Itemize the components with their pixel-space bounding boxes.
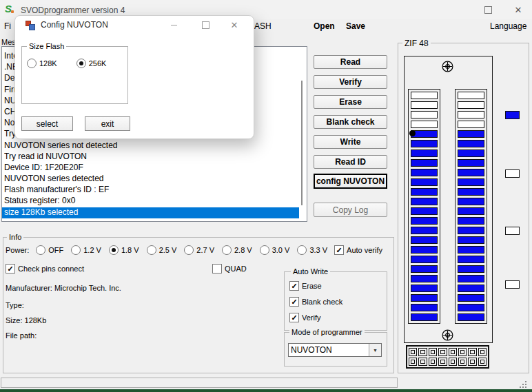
power-option-off[interactable]: OFF (36, 245, 63, 255)
power-option-1-8-v[interactable]: 1.8 V (109, 245, 139, 255)
radio-label: 1.8 V (121, 246, 139, 254)
close-icon: ✕ (231, 20, 238, 30)
size-flash-group (21, 46, 128, 104)
zif-pin-slot (458, 265, 484, 273)
exit-button[interactable]: exit (85, 116, 130, 131)
connector-pin (458, 348, 467, 356)
zif-indicator (505, 169, 520, 178)
zif-pin-slot (411, 236, 438, 244)
log-line[interactable]: NUVOTON series not detected (4, 141, 307, 152)
dialog-titlebar[interactable]: Config NUVOTON ✕ (15, 16, 254, 34)
power-option-3-3-v[interactable]: 3.3 V (297, 245, 327, 255)
power-option-2-7-v[interactable]: 2.7 V (184, 245, 214, 255)
zif-pin-slot (458, 149, 484, 157)
dropdown-arrow-icon[interactable]: ▼ (369, 344, 381, 356)
info-group-label: Info (7, 233, 23, 241)
zif-pin-slot (458, 101, 484, 109)
zif-pin-slot (458, 313, 484, 321)
zif-pin-slot (411, 169, 438, 176)
menu-language[interactable]: Language (490, 21, 526, 31)
action-button-read-id[interactable]: Read ID (314, 155, 387, 169)
close-button[interactable]: ✕ (510, 3, 526, 17)
power-option-3-0-v[interactable]: 3.0 V (260, 245, 290, 255)
log-line[interactable]: Flash manufacturer's ID : EF (4, 185, 307, 196)
auto-write-verify[interactable]: ✓Verify (289, 313, 342, 322)
log-line[interactable]: Try read id NUVOTON (4, 152, 307, 163)
zif-pin-slot (411, 207, 438, 215)
checkbox-label: Check pins connect (18, 265, 84, 273)
mode-select[interactable]: NUVOTON ▼ (288, 343, 382, 357)
maximize-icon (484, 6, 492, 14)
radio-label: 3.3 V (309, 246, 327, 254)
menu-save[interactable]: Save (346, 21, 365, 31)
menu-file[interactable]: Fi (4, 21, 11, 31)
zif-pin-slot (411, 265, 438, 273)
power-option-1-2-v[interactable]: 1.2 V (71, 245, 101, 255)
zif-pin-slot (458, 275, 484, 282)
auto-write-erase[interactable]: ✓Erase (289, 281, 342, 291)
zif-pin-slot (458, 130, 484, 138)
action-button-verify[interactable]: Verify (314, 75, 387, 89)
action-button-read[interactable]: Read (314, 55, 387, 69)
zif-indicator (505, 227, 520, 235)
dialog-maximize-button[interactable] (197, 19, 214, 31)
auto-write-blank-check[interactable]: ✓Blank check (289, 297, 342, 307)
dialog-minimize-button[interactable] (165, 19, 182, 31)
zif-pin-slot (458, 294, 484, 302)
auto-verify-checkbox[interactable]: ✓Auto verify (334, 245, 382, 255)
status-bar-panel (1, 378, 398, 388)
connector-pin (449, 358, 457, 366)
resize-grip-icon[interactable] (518, 379, 527, 389)
zif-pin-slot (458, 227, 484, 234)
connector-pin (449, 348, 457, 356)
checkbox-label: QUAD (225, 265, 247, 273)
zif-socket-graphic (404, 56, 493, 343)
connector-pin (409, 348, 417, 356)
power-label: Power: (6, 246, 29, 254)
size-flash-option-256k[interactable]: 256K (76, 59, 107, 68)
log-line[interactable]: Status register: 0x0 (4, 196, 307, 207)
menu-flash[interactable]: ASH (254, 21, 272, 31)
log-line[interactable]: Device ID: 1F20E20F (4, 163, 307, 174)
zif-pin-slot (458, 217, 484, 225)
checkbox-label: Erase (302, 282, 322, 290)
connector-pin (468, 358, 476, 366)
radio-icon (36, 245, 45, 255)
size-flash-label: Size Flash (27, 42, 66, 50)
action-button-erase[interactable]: Erase (314, 95, 387, 109)
zif-pin-slot (458, 178, 484, 186)
check-pins-checkbox[interactable]: ✓Check pins connect (6, 264, 84, 274)
radio-icon (222, 245, 232, 255)
checkbox-label: Blank check (302, 298, 342, 306)
power-option-2-5-v[interactable]: 2.5 V (147, 245, 177, 255)
zif-pin-slot (411, 275, 438, 282)
dialog-close-button[interactable]: ✕ (226, 19, 243, 31)
action-button-write[interactable]: Write (314, 135, 387, 149)
config-nuvoton-dialog: Config NUVOTON ✕ Size Flash 128K256K sel… (14, 15, 254, 139)
power-option-2-8-v[interactable]: 2.8 V (222, 245, 252, 255)
connector-pin (409, 358, 417, 366)
checkbox-icon: ✓ (334, 245, 344, 255)
auto-write-label: Auto Write (291, 267, 330, 276)
winform-icon (25, 20, 35, 30)
checkbox-icon: ✓ (289, 281, 299, 291)
action-button-config-nuvoton[interactable]: config NUVOTON (314, 174, 387, 189)
select-button[interactable]: select (21, 116, 73, 131)
zif-indicator (505, 280, 520, 289)
zif-pin-slot (411, 178, 438, 186)
menu-open[interactable]: Open (314, 21, 335, 31)
connector-pin (418, 358, 427, 366)
size-flash-option-128k[interactable]: 128K (27, 59, 57, 68)
radio-icon (76, 59, 86, 68)
log-line[interactable]: NUVOTON series detected (4, 174, 307, 185)
maximize-button[interactable] (480, 3, 495, 17)
log-line-selected[interactable]: size 128Kb selected (2, 207, 299, 218)
zif-pin-slot (411, 159, 438, 167)
zif-pin-slot (458, 92, 484, 99)
log-scrollbar-thumb[interactable] (301, 81, 303, 205)
mode-of-programmer-label: Mode of programmer (289, 328, 365, 336)
quad-checkbox[interactable]: QUAD (212, 264, 247, 274)
zif-pin-slot (411, 246, 438, 254)
copy-log-button[interactable]: Copy Log (314, 203, 387, 217)
action-button-blank-check[interactable]: Blank check (314, 115, 387, 129)
